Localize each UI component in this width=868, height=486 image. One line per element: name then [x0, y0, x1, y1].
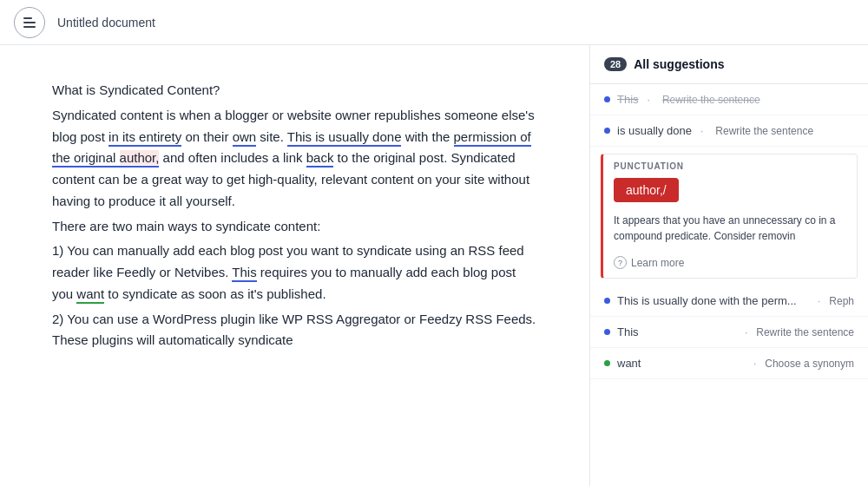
main-layout: What is Syndicated Content? Syndicated c… — [0, 45, 868, 486]
suggestion-dot — [604, 298, 610, 304]
suggestion-separator: · — [648, 94, 650, 106]
suggestion-dot — [604, 329, 610, 335]
suggestion-text: This — [617, 325, 736, 338]
suggestion-span: back — [306, 150, 334, 167]
suggestion-span-want: want — [76, 286, 104, 304]
learn-more-button[interactable]: ? Learn more — [603, 251, 857, 278]
suggestion-text: This — [617, 93, 639, 106]
suggestion-span: own — [233, 129, 257, 147]
paragraph-method1: 1) You can manually add each blog post y… — [52, 240, 537, 305]
paragraph-ways: There are two main ways to syndicate con… — [52, 216, 537, 238]
document-title: Untitled document — [57, 16, 155, 30]
suggestion-action: Rewrite the sentence — [662, 94, 760, 106]
suggestion-text: is usually done — [617, 124, 692, 137]
suggestion-span: in its entirety — [108, 129, 181, 147]
suggestion-separator: · — [818, 295, 820, 307]
suggestion-item-long-1[interactable]: This is usually done with the perm... · … — [590, 286, 868, 317]
suggestion-action: Rewrite the sentence — [756, 326, 854, 338]
suggestion-action: Choose a synonym — [765, 358, 854, 370]
suggestion-item-2[interactable]: is usually done · Rewrite the sentence — [590, 115, 868, 147]
suggestion-action: Rewrite the sentence — [715, 125, 813, 137]
suggestions-count-badge: 28 — [604, 57, 627, 71]
suggestion-span-this2: This — [232, 265, 256, 282]
suggestion-text: This is usually done with the perm... — [617, 294, 809, 307]
sidebar-header-title: All suggestions — [634, 57, 724, 71]
suggestion-separator: · — [753, 358, 756, 370]
learn-more-label: Learn more — [631, 257, 684, 269]
suggestion-span-this: This is usually done — [287, 129, 402, 147]
sidebar-header: 28 All suggestions — [590, 45, 868, 84]
menu-icon — [23, 17, 36, 28]
topbar: Untitled document — [0, 0, 868, 45]
editor-area[interactable]: What is Syndicated Content? Syndicated c… — [0, 45, 590, 486]
suggestion-dot — [604, 360, 610, 366]
suggestion-item-long-2[interactable]: This · Rewrite the sentence — [590, 317, 868, 348]
punctuation-description: It appears that you have an unnecessary … — [603, 209, 857, 251]
sidebar: 28 All suggestions This · Rewrite the se… — [590, 45, 868, 486]
suggestion-action: Reph — [829, 295, 854, 307]
suggestion-dot — [604, 128, 610, 134]
suggestion-item-1[interactable]: This · Rewrite the sentence — [590, 84, 868, 115]
highlight-author: author, — [120, 150, 160, 165]
paragraph-method2: 2) You can use a WordPress plugin like W… — [52, 309, 537, 352]
suggestion-dot — [604, 96, 610, 102]
suggestion-item-long-3[interactable]: want · Choose a synonym — [590, 348, 868, 379]
suggestion-separator: · — [700, 125, 703, 137]
author-badge: author,/ — [614, 178, 679, 202]
punctuation-label: PUNCTUATION — [603, 154, 857, 174]
menu-button[interactable] — [14, 7, 45, 38]
suggestion-separator: · — [745, 326, 747, 338]
suggestion-text: want — [617, 357, 745, 370]
paragraph-heading: What is Syndicated Content? — [52, 80, 537, 102]
editor-content: What is Syndicated Content? Syndicated c… — [52, 80, 537, 351]
help-icon: ? — [614, 256, 627, 269]
punctuation-card: PUNCTUATION author,/ It appears that you… — [601, 154, 858, 279]
paragraph-body: Syndicated content is when a blogger or … — [52, 105, 537, 213]
